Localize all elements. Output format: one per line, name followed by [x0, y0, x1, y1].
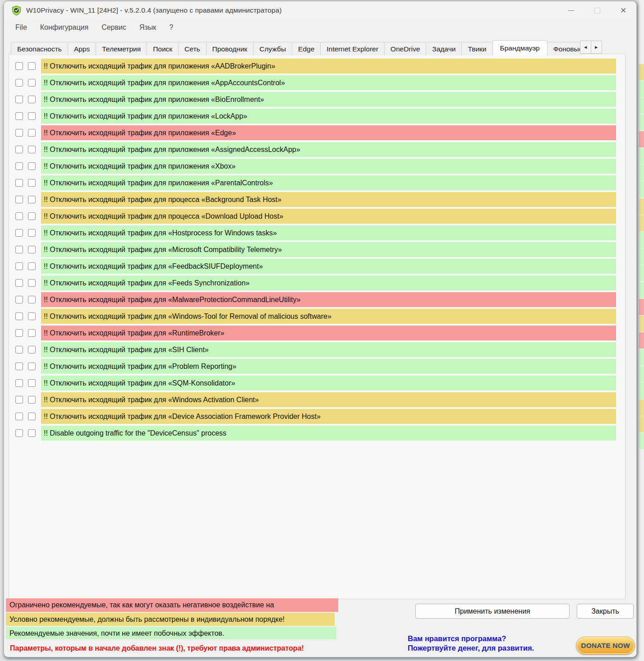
setting-label[interactable]: !! Отключить исходящий трафик для процес…	[41, 192, 616, 207]
row-checkbox-secondary[interactable]	[28, 346, 36, 353]
tab-edge[interactable]: Edge	[292, 42, 321, 55]
setting-label[interactable]: !! Отключить исходящий трафик для прилож…	[41, 109, 616, 124]
minimize-button[interactable]	[558, 1, 584, 19]
sliver-segment	[639, 64, 644, 80]
minimize-icon	[568, 10, 574, 11]
tab-телеметрия[interactable]: Телеметрия	[96, 42, 147, 55]
menu-item-язык[interactable]: Язык	[134, 22, 161, 33]
apply-changes-button[interactable]: Применить изменения	[415, 604, 570, 619]
tab-безопасность[interactable]: Безопасность	[11, 42, 68, 55]
row-checkbox-primary[interactable]	[15, 413, 23, 420]
row-checkbox-primary[interactable]	[15, 246, 23, 253]
setting-label[interactable]: !! Отключить исходящий трафик для прилож…	[41, 159, 616, 174]
row-checkbox-secondary[interactable]	[28, 246, 36, 253]
tab-сеть[interactable]: Сеть	[178, 42, 206, 55]
row-checkbox-secondary[interactable]	[28, 96, 36, 103]
row-checkbox-primary[interactable]	[15, 96, 23, 103]
row-checkbox-primary[interactable]	[15, 146, 23, 153]
setting-label[interactable]: !! Отключить исходящий трафик для «Runti…	[41, 326, 616, 340]
setting-label[interactable]: !! Disable outgoing traffic for the "Dev…	[41, 426, 616, 441]
tab-задачи[interactable]: Задачи	[426, 42, 462, 55]
row-checkbox-secondary[interactable]	[28, 179, 36, 187]
row-checkbox-secondary[interactable]	[28, 429, 36, 437]
row-checkbox-primary[interactable]	[15, 329, 23, 337]
maximize-button[interactable]	[584, 1, 610, 19]
row-checkbox-primary[interactable]	[15, 312, 23, 320]
row-checkbox-secondary[interactable]	[28, 229, 36, 237]
setting-label[interactable]: !! Отключить исходящий трафик для «Feeds…	[41, 275, 616, 290]
setting-label[interactable]: !! Отключить исходящий трафик для прилож…	[41, 75, 616, 90]
row-checkbox-secondary[interactable]	[28, 129, 36, 137]
row-checkbox-secondary[interactable]	[28, 112, 36, 120]
row-checkbox-primary[interactable]	[15, 262, 23, 270]
menu-item-конфигурация[interactable]: Конфигурация	[35, 22, 93, 33]
row-checkbox-primary[interactable]	[15, 112, 23, 120]
row-checkbox-primary[interactable]	[15, 129, 23, 137]
close-window-button[interactable]: Закрыть	[577, 604, 634, 619]
row-checkbox-secondary[interactable]	[28, 262, 36, 270]
legend-conditional-text: Условно рекомендуемые, должны быть рассм…	[9, 614, 331, 625]
tab-onedrive[interactable]: OneDrive	[384, 42, 426, 55]
row-checkbox-primary[interactable]	[15, 79, 23, 87]
setting-label[interactable]: !! Отключить исходящий трафик для процес…	[41, 209, 616, 224]
row-checkbox-primary[interactable]	[15, 196, 23, 203]
row-checkbox-secondary[interactable]	[28, 379, 36, 387]
setting-label[interactable]: !! Отключить исходящий трафик для прилож…	[41, 59, 616, 73]
row-checkbox-primary[interactable]	[15, 379, 23, 387]
row-checkbox-secondary[interactable]	[28, 413, 36, 420]
tab-службы[interactable]: Службы	[253, 42, 292, 55]
setting-label[interactable]: !! Отключить исходящий трафик для «Probl…	[41, 359, 616, 374]
setting-label[interactable]: !! Отключить исходящий трафик для «Windo…	[41, 309, 616, 324]
setting-label[interactable]: !! Отключить исходящий трафик для «Micro…	[41, 242, 616, 257]
row-checkbox-secondary[interactable]	[28, 196, 36, 203]
row-checkbox-secondary[interactable]	[28, 146, 36, 153]
row-checkbox-primary[interactable]	[15, 162, 23, 170]
setting-label[interactable]: !! Отключить исходящий трафик для «Malwa…	[41, 292, 616, 307]
sliver-segment	[639, 383, 644, 399]
row-checkbox-primary[interactable]	[15, 396, 23, 404]
menu-item-сервис[interactable]: Сервис	[97, 22, 131, 33]
setting-label[interactable]: !! Отключить исходящий трафик для «Devic…	[41, 409, 616, 424]
tab-проводник[interactable]: Проводник	[206, 42, 254, 55]
setting-label[interactable]: !! Отключить исходящий трафик для «Windo…	[41, 392, 616, 407]
row-checkbox-secondary[interactable]	[28, 296, 36, 303]
row-checkbox-secondary[interactable]	[28, 312, 36, 320]
setting-label[interactable]: !! Отключить исходящий трафик для прилож…	[41, 175, 616, 190]
row-checkbox-secondary[interactable]	[28, 162, 36, 170]
row-checkbox-secondary[interactable]	[28, 279, 36, 287]
menu-item-?[interactable]: ?	[164, 22, 178, 33]
row-checkbox-primary[interactable]	[15, 229, 23, 237]
tab-твики[interactable]: Твики	[461, 42, 492, 55]
row-checkbox-secondary[interactable]	[28, 396, 36, 404]
tab-scroll-left-button[interactable]: ◄	[580, 41, 591, 54]
row-checkbox-primary[interactable]	[15, 429, 23, 437]
row-checkbox-primary[interactable]	[15, 296, 23, 303]
row-checkbox-secondary[interactable]	[28, 329, 36, 337]
tab-фоновые[interactable]: Фоновые	[547, 42, 582, 55]
setting-label[interactable]: !! Отключить исходящий трафик для «Hostp…	[41, 225, 616, 240]
tab-scroll-right-button[interactable]: ►	[591, 41, 602, 54]
row-checkbox-primary[interactable]	[15, 279, 23, 287]
tab-apps[interactable]: Apps	[68, 42, 96, 55]
row-checkbox-primary[interactable]	[15, 346, 23, 353]
donate-now-button[interactable]: DONATE NOW	[576, 637, 635, 655]
setting-label[interactable]: !! Отключить исходящий трафик для прилож…	[41, 92, 616, 107]
setting-label[interactable]: !! Отключить исходящий трафик для «SQM-K…	[41, 376, 616, 390]
row-checkbox-secondary[interactable]	[28, 79, 36, 87]
row-checkbox-secondary[interactable]	[28, 62, 36, 70]
menu-item-file[interactable]: File	[10, 22, 32, 33]
row-checkbox-secondary[interactable]	[28, 212, 36, 220]
tab-поиск[interactable]: Поиск	[147, 42, 179, 55]
row-checkbox-primary[interactable]	[15, 179, 23, 187]
row-checkbox-primary[interactable]	[15, 212, 23, 220]
close-button[interactable]: ✕	[610, 1, 636, 19]
setting-label[interactable]: !! Отключить исходящий трафик для «Feedb…	[41, 259, 616, 274]
setting-label[interactable]: !! Отключить исходящий трафик для прилож…	[41, 142, 616, 157]
row-checkbox-secondary[interactable]	[28, 363, 36, 370]
row-checkbox-primary[interactable]	[15, 62, 23, 70]
setting-label[interactable]: !! Отключить исходящий трафик для прилож…	[41, 125, 616, 140]
tab-брандмауэр[interactable]: Брандмауэр	[492, 40, 547, 55]
row-checkbox-primary[interactable]	[15, 363, 23, 370]
setting-label[interactable]: !! Отключить исходящий трафик для «SIH C…	[41, 342, 616, 357]
tab-internet-explorer[interactable]: Internet Explorer	[320, 42, 385, 55]
